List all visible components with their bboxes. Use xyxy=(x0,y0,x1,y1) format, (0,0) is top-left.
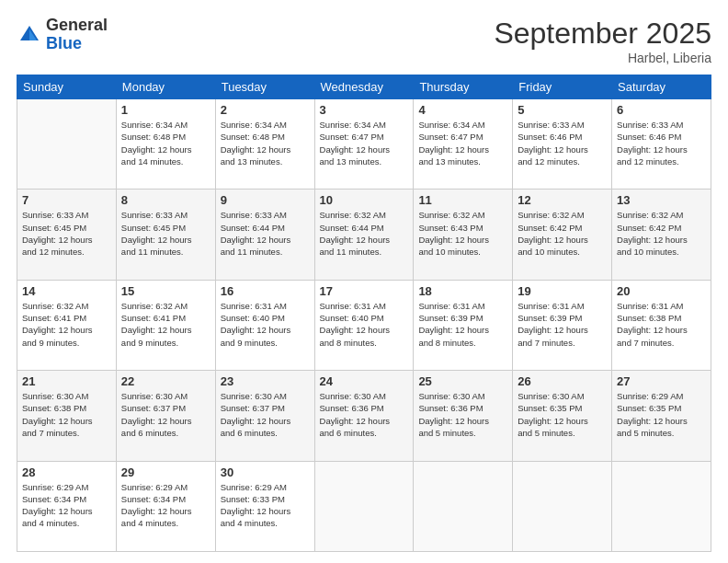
calendar-cell xyxy=(513,461,612,551)
day-number: 22 xyxy=(121,374,210,388)
day-info: Sunrise: 6:30 AMSunset: 6:36 PMDaylight:… xyxy=(320,390,409,439)
day-number: 17 xyxy=(320,284,409,298)
calendar-cell: 7Sunrise: 6:33 AMSunset: 6:45 PMDaylight… xyxy=(17,190,117,280)
location: Harbel, Liberia xyxy=(494,51,711,65)
calendar-cell: 27Sunrise: 6:29 AMSunset: 6:35 PMDayligh… xyxy=(612,371,711,461)
calendar-cell: 3Sunrise: 6:34 AMSunset: 6:47 PMDaylight… xyxy=(314,99,414,190)
calendar-cell: 13Sunrise: 6:32 AMSunset: 6:42 PMDayligh… xyxy=(612,190,711,280)
day-number: 6 xyxy=(617,103,706,117)
logo-blue: Blue xyxy=(46,35,108,53)
day-number: 23 xyxy=(221,374,310,388)
calendar-week-row: 21Sunrise: 6:30 AMSunset: 6:38 PMDayligh… xyxy=(17,371,711,461)
logo-general: General xyxy=(46,17,108,35)
calendar-cell: 2Sunrise: 6:34 AMSunset: 6:48 PMDaylight… xyxy=(215,99,314,190)
calendar-cell: 26Sunrise: 6:30 AMSunset: 6:35 PMDayligh… xyxy=(513,371,612,461)
day-number: 21 xyxy=(22,374,111,388)
logo-text: General Blue xyxy=(46,17,108,53)
day-info: Sunrise: 6:31 AMSunset: 6:39 PMDaylight:… xyxy=(518,300,607,349)
calendar-week-row: 7Sunrise: 6:33 AMSunset: 6:45 PMDaylight… xyxy=(17,190,711,280)
calendar-cell xyxy=(17,99,117,190)
calendar-header-thursday: Thursday xyxy=(414,75,513,99)
calendar-header-monday: Monday xyxy=(116,75,215,99)
day-info: Sunrise: 6:33 AMSunset: 6:44 PMDaylight:… xyxy=(221,209,310,258)
header: General Blue September 2025 Harbel, Libe… xyxy=(17,17,711,65)
calendar-header-wednesday: Wednesday xyxy=(314,75,414,99)
day-number: 12 xyxy=(518,193,607,207)
day-number: 29 xyxy=(121,465,210,479)
calendar-cell: 18Sunrise: 6:31 AMSunset: 6:39 PMDayligh… xyxy=(414,280,513,370)
day-number: 14 xyxy=(22,284,111,298)
day-number: 20 xyxy=(617,284,706,298)
day-info: Sunrise: 6:32 AMSunset: 6:43 PMDaylight:… xyxy=(418,209,507,258)
day-info: Sunrise: 6:29 AMSunset: 6:33 PMDaylight:… xyxy=(221,481,310,530)
day-number: 10 xyxy=(320,193,409,207)
calendar-cell: 19Sunrise: 6:31 AMSunset: 6:39 PMDayligh… xyxy=(513,280,612,370)
day-info: Sunrise: 6:30 AMSunset: 6:37 PMDaylight:… xyxy=(221,390,310,439)
calendar-cell: 25Sunrise: 6:30 AMSunset: 6:36 PMDayligh… xyxy=(414,371,513,461)
calendar-header-row: SundayMondayTuesdayWednesdayThursdayFrid… xyxy=(17,75,711,99)
month-title: September 2025 xyxy=(494,17,711,51)
day-number: 7 xyxy=(22,193,111,207)
day-info: Sunrise: 6:30 AMSunset: 6:38 PMDaylight:… xyxy=(22,390,111,439)
day-number: 5 xyxy=(518,103,607,117)
calendar-cell: 8Sunrise: 6:33 AMSunset: 6:45 PMDaylight… xyxy=(116,190,215,280)
day-info: Sunrise: 6:30 AMSunset: 6:35 PMDaylight:… xyxy=(518,390,607,439)
day-info: Sunrise: 6:33 AMSunset: 6:46 PMDaylight:… xyxy=(617,119,706,167)
day-info: Sunrise: 6:31 AMSunset: 6:40 PMDaylight:… xyxy=(221,300,310,349)
day-number: 19 xyxy=(518,284,607,298)
calendar-table: SundayMondayTuesdayWednesdayThursdayFrid… xyxy=(17,75,711,552)
day-info: Sunrise: 6:34 AMSunset: 6:48 PMDaylight:… xyxy=(121,119,210,167)
day-number: 15 xyxy=(121,284,210,298)
calendar-header-saturday: Saturday xyxy=(612,75,711,99)
day-info: Sunrise: 6:31 AMSunset: 6:38 PMDaylight:… xyxy=(617,300,706,349)
day-number: 2 xyxy=(221,103,310,117)
calendar-cell: 17Sunrise: 6:31 AMSunset: 6:40 PMDayligh… xyxy=(314,280,414,370)
calendar-cell: 1Sunrise: 6:34 AMSunset: 6:48 PMDaylight… xyxy=(116,99,215,190)
day-number: 30 xyxy=(221,465,310,479)
day-info: Sunrise: 6:32 AMSunset: 6:42 PMDaylight:… xyxy=(518,209,607,258)
day-number: 1 xyxy=(121,103,210,117)
calendar-cell: 22Sunrise: 6:30 AMSunset: 6:37 PMDayligh… xyxy=(116,371,215,461)
day-number: 24 xyxy=(320,374,409,388)
day-info: Sunrise: 6:34 AMSunset: 6:47 PMDaylight:… xyxy=(418,119,507,167)
calendar-cell: 28Sunrise: 6:29 AMSunset: 6:34 PMDayligh… xyxy=(17,461,117,551)
day-number: 8 xyxy=(121,193,210,207)
day-info: Sunrise: 6:33 AMSunset: 6:45 PMDaylight:… xyxy=(22,209,111,258)
calendar-header-tuesday: Tuesday xyxy=(215,75,314,99)
day-info: Sunrise: 6:29 AMSunset: 6:35 PMDaylight:… xyxy=(617,390,706,439)
calendar-cell: 21Sunrise: 6:30 AMSunset: 6:38 PMDayligh… xyxy=(17,371,117,461)
day-info: Sunrise: 6:32 AMSunset: 6:41 PMDaylight:… xyxy=(121,300,210,349)
calendar-cell: 29Sunrise: 6:29 AMSunset: 6:34 PMDayligh… xyxy=(116,461,215,551)
day-info: Sunrise: 6:29 AMSunset: 6:34 PMDaylight:… xyxy=(22,481,111,530)
calendar-cell: 16Sunrise: 6:31 AMSunset: 6:40 PMDayligh… xyxy=(215,280,314,370)
calendar-header-friday: Friday xyxy=(513,75,612,99)
title-area: September 2025 Harbel, Liberia xyxy=(494,17,711,65)
logo: General Blue xyxy=(17,17,108,53)
day-number: 3 xyxy=(320,103,409,117)
day-number: 16 xyxy=(221,284,310,298)
day-info: Sunrise: 6:33 AMSunset: 6:45 PMDaylight:… xyxy=(121,209,210,258)
page: General Blue September 2025 Harbel, Libe… xyxy=(0,0,728,563)
calendar-cell: 5Sunrise: 6:33 AMSunset: 6:46 PMDaylight… xyxy=(513,99,612,190)
day-info: Sunrise: 6:33 AMSunset: 6:46 PMDaylight:… xyxy=(518,119,607,167)
day-info: Sunrise: 6:31 AMSunset: 6:40 PMDaylight:… xyxy=(320,300,409,349)
calendar-cell: 4Sunrise: 6:34 AMSunset: 6:47 PMDaylight… xyxy=(414,99,513,190)
calendar-cell: 30Sunrise: 6:29 AMSunset: 6:33 PMDayligh… xyxy=(215,461,314,551)
day-number: 27 xyxy=(617,374,706,388)
day-info: Sunrise: 6:30 AMSunset: 6:36 PMDaylight:… xyxy=(418,390,507,439)
calendar-cell: 11Sunrise: 6:32 AMSunset: 6:43 PMDayligh… xyxy=(414,190,513,280)
calendar-week-row: 28Sunrise: 6:29 AMSunset: 6:34 PMDayligh… xyxy=(17,461,711,551)
calendar-week-row: 1Sunrise: 6:34 AMSunset: 6:48 PMDaylight… xyxy=(17,99,711,190)
day-info: Sunrise: 6:32 AMSunset: 6:41 PMDaylight:… xyxy=(22,300,111,349)
day-info: Sunrise: 6:34 AMSunset: 6:47 PMDaylight:… xyxy=(320,119,409,167)
calendar-cell: 9Sunrise: 6:33 AMSunset: 6:44 PMDaylight… xyxy=(215,190,314,280)
calendar-cell: 20Sunrise: 6:31 AMSunset: 6:38 PMDayligh… xyxy=(612,280,711,370)
day-info: Sunrise: 6:32 AMSunset: 6:44 PMDaylight:… xyxy=(320,209,409,258)
day-number: 18 xyxy=(418,284,507,298)
calendar-week-row: 14Sunrise: 6:32 AMSunset: 6:41 PMDayligh… xyxy=(17,280,711,370)
calendar-cell: 14Sunrise: 6:32 AMSunset: 6:41 PMDayligh… xyxy=(17,280,117,370)
calendar-cell: 6Sunrise: 6:33 AMSunset: 6:46 PMDaylight… xyxy=(612,99,711,190)
calendar-cell: 24Sunrise: 6:30 AMSunset: 6:36 PMDayligh… xyxy=(314,371,414,461)
day-info: Sunrise: 6:34 AMSunset: 6:48 PMDaylight:… xyxy=(221,119,310,167)
calendar-cell xyxy=(612,461,711,551)
